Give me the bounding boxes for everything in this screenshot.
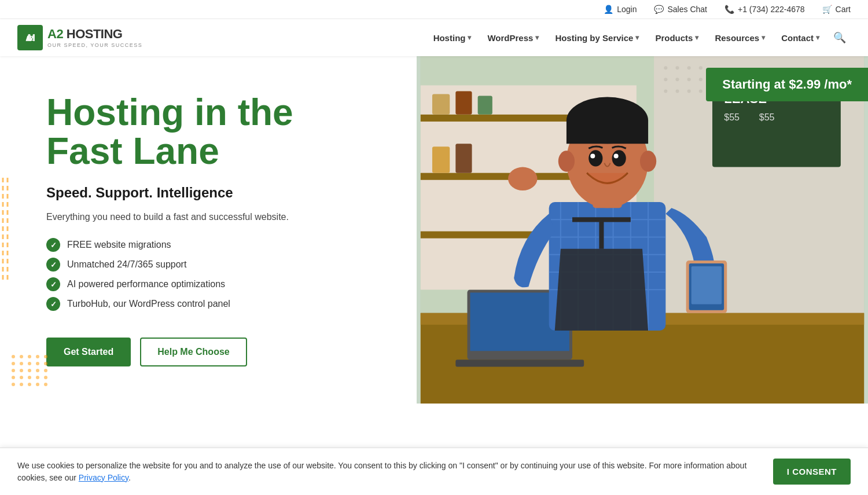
svg-rect-32 [455,144,472,173]
cart-icon: 🛒 [822,5,832,14]
svg-point-8 [675,66,679,69]
hero-image: LEASE $55 $55 [417,56,868,404]
resources-chevron [762,34,765,42]
svg-point-11 [664,78,667,81]
logo-svg: A2 [24,26,36,49]
svg-text:$55: $55 [759,112,775,122]
sales-chat-link[interactable]: 💬 Sales Chat [654,5,707,14]
hero-buttons: Get Started Help Me Choose [46,338,388,366]
hosting-chevron [468,34,471,42]
cart-link[interactable]: 🛒 Cart [822,5,851,14]
svg-point-15 [664,89,667,93]
hero-content: Hosting in the Fast Lane Speed. Support.… [0,56,417,404]
contact-chevron [816,34,819,42]
svg-text:$55: $55 [724,112,740,122]
svg-point-58 [590,153,595,158]
logo-icon-box: A2 [17,25,43,50]
svg-point-60 [558,151,575,171]
svg-rect-23 [455,360,584,366]
check-icon-2 [46,258,60,272]
check-icon-3 [46,277,60,291]
logo[interactable]: A2 A2 HOSTING OUR SPEED, YOUR SUCCESS [17,25,142,50]
feature-3: AI powered performance optimizations [46,277,388,291]
products-chevron [695,34,698,42]
svg-rect-29 [455,91,472,115]
help-me-choose-button[interactable]: Help Me Choose [140,338,247,366]
get-started-button[interactable]: Get Started [46,338,131,366]
nav-hosting[interactable]: Hosting [426,28,479,47]
login-label: Login [617,5,637,14]
svg-text:A2: A2 [26,35,34,42]
svg-point-57 [612,150,626,166]
nav-products[interactable]: Products [648,28,705,47]
phone-label: +1 (734) 222-4678 [738,5,805,14]
left-decoration [0,178,14,282]
chat-icon: 💬 [654,5,664,14]
svg-point-59 [614,153,619,158]
hero-section: Hosting in the Fast Lane Speed. Support.… [0,56,868,404]
nav-hosting-by-service[interactable]: Hosting by Service [548,28,646,47]
hero-subtitle: Speed. Support. Intelligence [46,185,388,201]
check-icon-1 [46,238,60,252]
logo-text: A2 HOSTING OUR SPEED, YOUR SUCCESS [47,27,142,47]
feature-1: FREE website migrations [46,238,388,252]
feature-4: TurboHub, our WordPress control panel [46,297,388,311]
logo-brand-name: A2 HOSTING [47,27,142,41]
logo-tagline: OUR SPEED, YOUR SUCCESS [47,42,142,48]
search-icon[interactable]: 🔍 [829,27,851,49]
svg-point-13 [687,78,691,81]
svg-rect-28 [432,94,450,115]
nav-contact[interactable]: Contact [774,28,826,47]
sales-chat-label: Sales Chat [667,5,707,14]
top-bar: 👤 Login 💬 Sales Chat 📞 +1 (734) 222-4678… [0,0,868,19]
hero-decoration [12,355,49,386]
hero-title: Hosting in the Fast Lane [46,93,388,171]
cart-label: Cart [836,5,851,14]
nav-resources[interactable]: Resources [708,28,772,47]
hero-description: Everything you need to build a fast and … [46,210,388,224]
svg-point-16 [675,89,679,93]
svg-point-18 [699,89,703,93]
svg-point-9 [687,66,691,69]
price-badge: Starting at $2.99 /mo* [706,68,868,101]
login-link[interactable]: 👤 Login [604,5,637,14]
svg-rect-30 [478,96,492,115]
feature-2: Unmatched 24/7/365 support [46,258,388,272]
user-icon: 👤 [604,5,613,14]
svg-point-10 [699,66,703,69]
nav-wordpress[interactable]: WordPress [480,28,546,47]
hero-features-list: FREE website migrations Unmatched 24/7/3… [46,238,388,317]
svg-point-64 [508,167,537,190]
hero-background-svg: LEASE $55 $55 [417,56,868,404]
hosting-service-chevron [635,34,639,42]
phone-link[interactable]: 📞 +1 (734) 222-4678 [724,5,805,14]
phone-icon: 📞 [724,5,734,14]
nav-links: Hosting WordPress Hosting by Service Pro… [426,27,851,49]
svg-point-61 [640,151,656,171]
check-icon-4 [46,297,60,311]
svg-point-12 [675,78,679,81]
main-nav: A2 A2 HOSTING OUR SPEED, YOUR SUCCESS Ho… [0,19,868,56]
svg-rect-53 [692,266,722,305]
svg-point-14 [699,78,703,81]
wordpress-chevron [535,34,539,42]
svg-point-7 [664,66,667,69]
svg-rect-63 [567,120,648,144]
svg-point-56 [589,150,602,166]
svg-rect-31 [432,146,450,173]
svg-point-17 [687,89,691,93]
